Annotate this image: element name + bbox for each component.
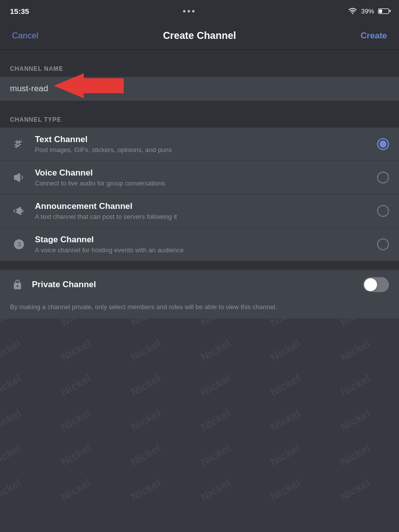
stage-icon [10, 235, 28, 253]
bottom-gap [0, 261, 399, 269]
text-channel-radio[interactable] [377, 138, 389, 150]
announcement-channel-info: Announcement Channel A text channel that… [35, 201, 377, 220]
status-bar: 15:35 39% [0, 0, 399, 22]
voice-channel-name: Voice Channel [35, 168, 377, 178]
stage-channel-desc: A voice channel for hosting events with … [35, 246, 377, 254]
text-channel-option[interactable]: Text Channel Post images, GIFs, stickers… [0, 128, 399, 161]
page-title: Create Channel [163, 30, 236, 41]
lock-icon [10, 277, 25, 292]
text-channel-name: Text Channel [35, 135, 377, 145]
stage-channel-option[interactable]: Stage Channel A voice channel for hostin… [0, 228, 399, 261]
hash-icon [10, 135, 28, 153]
top-gap [0, 50, 399, 58]
stage-channel-name: Stage Channel [35, 235, 377, 245]
voice-channel-option[interactable]: Voice Channel Connect to live audio for … [0, 161, 399, 194]
channel-name-label: CHANNEL NAME [10, 65, 63, 72]
channel-type-label: CHANNEL TYPE [10, 116, 61, 123]
cancel-button[interactable]: Cancel [12, 31, 38, 41]
channel-type-section-header: CHANNEL TYPE [0, 109, 399, 128]
channel-name-section-header: CHANNEL NAME [0, 58, 399, 77]
content-area: CHANNEL NAME CHANNEL TYPE Text Channel P… [0, 50, 399, 319]
announcement-channel-radio[interactable] [377, 205, 389, 217]
channel-name-field[interactable] [10, 84, 389, 94]
middle-gap [0, 101, 399, 109]
stage-channel-info: Stage Channel A voice channel for hostin… [35, 235, 377, 254]
megaphone-icon [10, 202, 28, 220]
status-time: 15:35 [10, 7, 29, 15]
battery-indicator [378, 8, 389, 14]
private-channel-section: Private Channel By making a channel priv… [0, 270, 399, 319]
stage-channel-radio[interactable] [377, 238, 389, 250]
announcement-channel-option[interactable]: Announcement Channel A text channel that… [0, 194, 399, 228]
channel-name-input-container[interactable] [0, 77, 399, 101]
private-channel-row: Private Channel [0, 270, 399, 299]
wifi-icon [348, 7, 357, 14]
announcement-channel-desc: A text channel that can post to servers … [35, 213, 377, 220]
status-center-dots [183, 10, 195, 12]
announcement-channel-name: Announcement Channel [35, 201, 377, 211]
text-channel-info: Text Channel Post images, GIFs, stickers… [35, 135, 377, 154]
navigation-bar: Cancel Create Channel Create [0, 22, 399, 50]
voice-channel-desc: Connect to live audio for group conversa… [35, 179, 377, 187]
private-channel-label: Private Channel [32, 280, 363, 290]
voice-channel-info: Voice Channel Connect to live audio for … [35, 168, 377, 187]
toggle-thumb [364, 278, 377, 291]
create-button[interactable]: Create [361, 31, 387, 41]
status-right: 39% [348, 7, 389, 15]
volume-icon [10, 169, 28, 186]
voice-channel-radio[interactable] [377, 172, 389, 183]
text-channel-desc: Post images, GIFs, stickers, opinions, a… [35, 146, 377, 154]
private-channel-hint: By making a channel private, only select… [0, 299, 399, 319]
battery-text: 39% [361, 7, 374, 15]
private-channel-toggle[interactable] [363, 277, 389, 292]
